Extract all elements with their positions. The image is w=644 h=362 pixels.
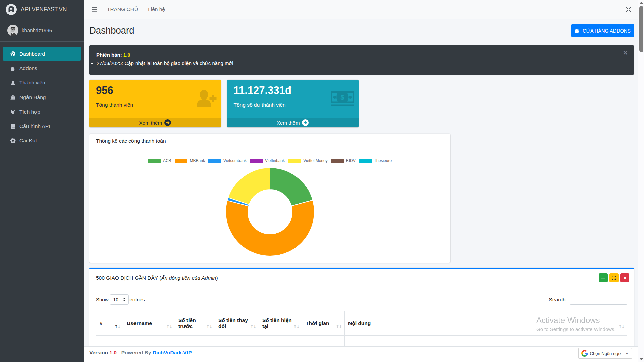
column-header-username[interactable]: Username↑↓ <box>123 311 175 336</box>
table-header-row: #↑↓Username↑↓Số tiền trước↑↓Số tiền thay… <box>96 311 627 336</box>
sidebar-item-label: Tích hợp <box>19 109 40 115</box>
search-input[interactable] <box>570 295 627 305</box>
scroll-up-arrow-icon[interactable] <box>640 2 643 4</box>
user-icon <box>10 80 16 86</box>
scrollbar-thumb[interactable] <box>639 6 643 52</box>
sort-icon: ↑↓ <box>336 324 342 329</box>
gear-icon <box>10 138 16 144</box>
minus-icon <box>601 276 605 280</box>
sidebar-item-label: Dashboard <box>19 51 45 57</box>
search-label: Search: <box>549 297 567 303</box>
column-header-số-tiền-thay-đổi[interactable]: Số tiền thay đổi↑↓ <box>215 311 259 336</box>
sidebar-item-dashboard[interactable]: Dashboard <box>3 47 81 61</box>
column-label: # <box>100 320 103 326</box>
sidebar-item-tích-hợp[interactable]: Tích hợp <box>3 105 81 119</box>
arrow-circle-right-icon <box>164 119 171 126</box>
donut-segment-mbbank[interactable] <box>226 200 314 256</box>
legend-item[interactable]: Viettel Money <box>288 158 328 163</box>
legend-item[interactable]: Viettinbank <box>250 158 285 163</box>
sidebar-item-thành-viên[interactable]: Thành viên <box>3 76 81 90</box>
collapse-button[interactable] <box>599 273 608 282</box>
column-header-thời-gian[interactable]: Thời gian↑↓ <box>302 311 345 336</box>
language-selector[interactable]: Chọn Ngôn ngữ ▼ <box>578 348 632 359</box>
user-panel[interactable]: khanhdz1996 <box>0 19 84 42</box>
maximize-button[interactable] <box>609 273 619 282</box>
legend-item[interactable]: MBBank <box>175 158 205 163</box>
legend-label: BIDV <box>346 158 356 163</box>
sort-icon: ↑↓ <box>250 324 256 329</box>
legend-swatch <box>250 159 263 163</box>
info-box-more-link[interactable]: Xem thêm <box>227 118 359 127</box>
sidebar-item-label: Ngân Hàng <box>19 94 46 100</box>
sort-icon: ↑↓ <box>618 324 624 329</box>
page-length-select[interactable]: 10 <box>110 294 129 305</box>
addons-store-button[interactable]: CỬA HÀNG ADDONS <box>571 24 634 37</box>
page-title: Dashboard <box>89 24 135 36</box>
legend-swatch <box>288 159 301 163</box>
payment-gateways-card: Thống kê các cổng thanh toán ACBMBBankVi… <box>89 134 450 263</box>
bank-icon <box>10 95 16 100</box>
fullscreen-icon[interactable] <box>626 7 631 12</box>
column-header-số-tiền-hiện-tại[interactable]: Số tiền hiện tại↑↓ <box>259 311 302 336</box>
footer-powered-by: - Powered By <box>118 350 151 356</box>
footer: Version 1.0 - Powered By DichVuDark.VIP … <box>84 346 638 362</box>
legend-swatch <box>208 159 221 163</box>
transactions-title: 500 GIAO DỊCH GẦN ĐÂY (Ẩn dòng tiền của … <box>96 274 218 282</box>
nav-link-contact[interactable]: Liên hệ <box>148 6 165 12</box>
sort-icon: ↑↓ <box>166 324 172 329</box>
column-label: Số tiền hiện tại <box>262 317 292 329</box>
legend-label: ACB <box>163 158 171 163</box>
brand-logo-icon <box>6 4 17 15</box>
footer-version-label: Version <box>89 350 108 356</box>
column-header-nội-dung[interactable]: Nội dung↑↓ <box>345 311 627 336</box>
legend-item[interactable]: BIDV <box>331 158 356 163</box>
legend-item[interactable]: ACB <box>148 158 171 163</box>
sidebar-item-ngân-hàng[interactable]: Ngân Hàng <box>3 90 81 104</box>
chart-legend: ACBMBBankVietcombankViettinbankViettel M… <box>89 158 450 163</box>
footer-brand-link[interactable]: DichVuDark.VIP <box>153 350 192 356</box>
legend-item[interactable]: Thesieure <box>359 158 392 163</box>
menu-toggle-icon[interactable] <box>92 7 97 12</box>
sidebar-item-label: Cấu hình API <box>19 123 50 129</box>
info-box-more-link[interactable]: Xem thêm <box>89 118 221 127</box>
sort-icon: ↑↓ <box>114 324 120 329</box>
column-label: Nội dung <box>348 320 371 326</box>
google-logo-icon <box>581 350 588 357</box>
legend-swatch <box>331 159 344 163</box>
donut-segment-viettel-money[interactable] <box>228 168 270 205</box>
scroll-down-arrow-icon[interactable] <box>640 358 643 360</box>
page-length-control: Show 10 entries <box>96 294 145 305</box>
scrollbar[interactable] <box>638 0 644 362</box>
cube-icon <box>10 109 16 115</box>
expand-icon <box>612 276 616 280</box>
arrow-circle-right-icon <box>302 119 309 126</box>
tachometer-icon <box>10 51 16 57</box>
language-selector-label: Chọn Ngôn ngữ <box>590 351 621 356</box>
column-label: Số tiền trước <box>178 317 196 329</box>
sidebar-item-cài-đặt[interactable]: Cài Đặt <box>3 134 81 148</box>
brand[interactable]: API.VPNFAST.VN <box>0 0 84 19</box>
callout-close-icon[interactable]: × <box>623 49 628 57</box>
legend-label: Viettel Money <box>303 158 328 163</box>
chevron-down-icon: ▼ <box>625 352 629 355</box>
donut-segment-acb[interactable] <box>270 168 313 206</box>
legend-item[interactable]: Vietcombank <box>208 158 247 163</box>
sidebar-item-addons[interactable]: Addons <box>3 61 81 75</box>
puzzle-icon <box>575 28 580 34</box>
sidebar-item-cấu-hình-api[interactable]: Cấu hình API <box>3 119 81 133</box>
legend-swatch <box>148 159 161 163</box>
column-label: Số tiền thay đổi <box>218 317 248 329</box>
top-navbar: TRANG CHỦ Liên hệ <box>84 0 638 19</box>
chart-card-title: Thống kê các cổng thanh toán <box>89 134 450 148</box>
brand-title: API.VPNFAST.VN <box>21 6 67 13</box>
remove-button[interactable] <box>620 273 629 282</box>
puzzle-icon <box>10 65 16 71</box>
column-header-số-tiền-trước[interactable]: Số tiền trước↑↓ <box>175 311 215 336</box>
column-header-index[interactable]: #↑↓ <box>96 311 123 336</box>
legend-label: Thesieure <box>374 158 392 163</box>
money-bill-icon: $ <box>331 91 354 106</box>
column-label: Thời gian <box>306 320 329 326</box>
legend-swatch <box>175 159 187 163</box>
sidebar-item-label: Cài Đặt <box>19 138 37 144</box>
nav-link-home[interactable]: TRANG CHỦ <box>107 6 138 12</box>
